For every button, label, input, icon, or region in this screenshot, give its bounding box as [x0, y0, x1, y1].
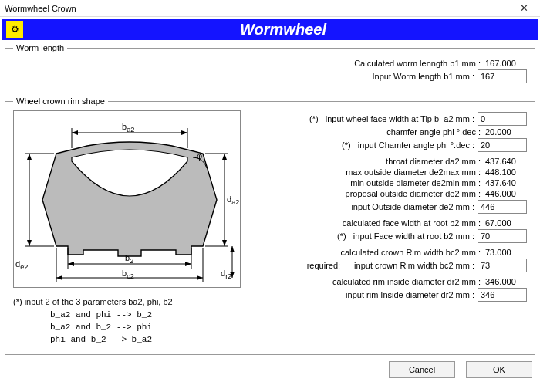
worm-length-legend: Worm length — [13, 43, 67, 52]
dr2in-label: input rim Inside diameter dr2 mm : — [346, 290, 474, 299]
dr2calc-label: calculated rim inside diameter dr2 mm : — [332, 277, 481, 286]
svg-marker-4 — [181, 130, 187, 135]
b2calc-value: 67.000 — [484, 218, 527, 228]
bc2calc-label: calculated crown Rim width bc2 mm : — [340, 248, 481, 257]
de2min-label: min outside diameter de2min mm : — [350, 178, 481, 188]
de2min-value: 437.640 — [484, 178, 527, 188]
svg-marker-9 — [185, 262, 191, 266]
face-tip-field[interactable] — [478, 112, 527, 126]
bc2in-label: input crown Rim width bc2 mm : — [354, 261, 474, 270]
de2in-field[interactable] — [478, 200, 527, 214]
ok-button[interactable]: OK — [466, 361, 532, 378]
button-bar: Cancel OK — [0, 358, 540, 383]
svg-marker-13 — [56, 275, 62, 280]
chamfer-calc-value: 20.000 — [484, 127, 527, 137]
banner-title: Wormwheel — [28, 21, 538, 39]
de2max-label: max outside diameter de2max mm : — [346, 167, 481, 177]
bc2in-prefix: required: — [307, 261, 340, 270]
de2prop-value: 446.000 — [484, 189, 527, 198]
crown-diagram: ba2 b2 bc2 da2 de2 dr2 φ — [13, 110, 241, 288]
b2in-field[interactable] — [478, 229, 527, 243]
star-2: (*) — [338, 140, 355, 150]
rule-3: phi and b_2 --> b_a2 — [50, 334, 241, 346]
svg-marker-23 — [27, 154, 32, 160]
svg-marker-3 — [72, 130, 78, 135]
worm-length-group: Worm length Calculated worm lenngth b1 m… — [5, 43, 535, 93]
app-icon: ⚙ — [6, 21, 23, 38]
rules-list: b_a2 and phi --> b_2 b_a2 and b_2 --> ph… — [50, 309, 241, 346]
b2in-label: input Face width at root b2 mm : — [353, 231, 474, 241]
input-worm-label: Input Worm length b1 mm : — [373, 72, 474, 81]
de2max-value: 448.100 — [484, 167, 527, 177]
input-worm-field[interactable] — [478, 69, 527, 83]
throat-label: throat diameter da2 mm : — [386, 157, 481, 166]
label-de2: de2 — [15, 259, 28, 271]
b2calc-label: calculated face width at root b2 mm : — [343, 218, 481, 228]
svg-marker-26 — [230, 246, 235, 252]
label-da2: da2 — [227, 194, 239, 206]
bc2in-field[interactable] — [478, 259, 527, 272]
crown-legend: Wheel crown rim shape — [13, 96, 108, 106]
de2in-label: input Outside diameter de2 mm : — [351, 202, 474, 211]
rules-heading: (*) input 2 of the 3 parameters ba2, phi… — [13, 297, 241, 306]
de2prop-label: proposal outside diameter de2 mm : — [346, 189, 481, 198]
svg-marker-19 — [222, 240, 227, 246]
calc-worm-value: 167.000 — [484, 59, 527, 68]
cancel-button[interactable]: Cancel — [389, 361, 455, 378]
chamfer-calc-label: chamfer angle phi °.dec : — [386, 127, 481, 137]
label-b2: b2 — [125, 253, 133, 265]
rule-2: b_a2 and b_2 --> phi — [50, 322, 241, 334]
svg-marker-14 — [197, 275, 203, 280]
label-phi: φ — [197, 151, 202, 161]
close-icon[interactable]: ✕ — [512, 2, 535, 14]
calc-worm-label: Calculated worm lenngth b1 mm : — [354, 59, 481, 68]
throat-value: 437.640 — [484, 157, 527, 166]
face-tip-label: input wheel face width at Tip b_a2 mm : — [326, 114, 474, 123]
chamfer-in-field[interactable] — [478, 138, 527, 152]
dr2in-field[interactable] — [478, 288, 527, 302]
label-bc2: bc2 — [122, 269, 134, 280]
chamfer-in-label: input Chamfer angle phi °.dec : — [358, 140, 474, 150]
window-titlebar: Wormwheel Crown ✕ — [0, 0, 540, 17]
star-3: (*) — [333, 231, 350, 241]
rule-1: b_a2 and phi --> b_2 — [50, 309, 241, 322]
window-title: Wormwheel Crown — [5, 4, 512, 13]
label-dr2: dr2 — [221, 269, 231, 280]
label-ba2: ba2 — [122, 122, 134, 133]
bc2calc-value: 73.000 — [484, 248, 527, 257]
dr2calc-value: 346.000 — [484, 277, 527, 286]
header-banner: ⚙ Wormwheel — [2, 19, 538, 40]
crown-group: Wheel crown rim shape — [5, 96, 535, 355]
svg-marker-24 — [27, 240, 32, 246]
star-1: (*) — [305, 114, 322, 123]
svg-marker-8 — [68, 262, 74, 266]
svg-marker-18 — [222, 154, 227, 160]
